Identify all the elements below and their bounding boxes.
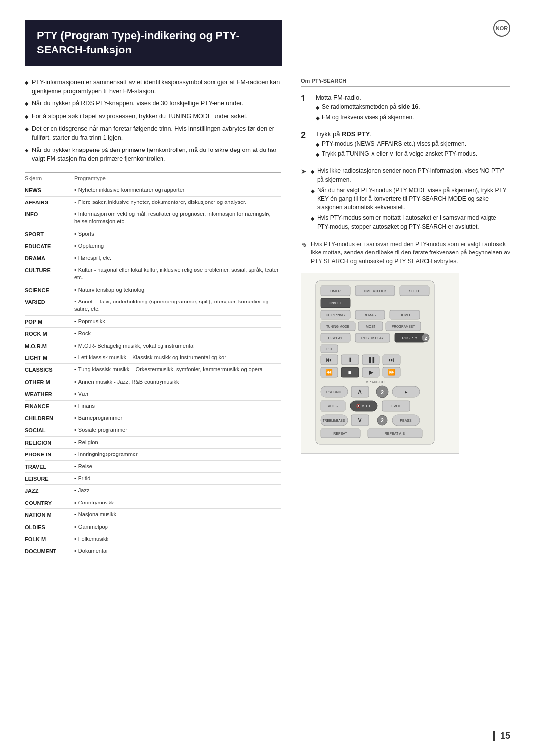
col-programtype-header: Programtype [74,175,281,181]
two-col-layout: ◆ PTY-informasjonen er sammensatt av et … [25,78,510,557]
note-item-1: ◆ Når du har valgt PTY-modus (PTY MODE v… [311,186,510,212]
svg-text:⏩: ⏩ [388,368,395,376]
om-pty-search-heading: Om PTY-SEARCH [301,78,510,87]
step-1-sub-0: ◆ Se radiomottaksmetoden på side 16. [316,103,510,112]
row-skjerm: CHILDREN [25,414,74,421]
row-programtype: •Annet – Taler, underholdning (spørrepro… [74,298,281,313]
row-programtype: •Opplæring [74,242,281,250]
row-skjerm: TRAVEL [25,463,74,470]
row-skjerm: LEISURE [25,475,74,482]
row-programtype: •Tung klassisk musikk – Orkestermusikk, … [74,366,281,373]
svg-text:∧: ∧ [357,387,362,395]
row-skjerm: M.O.R.M [25,342,74,349]
table-row: ROCK M •Rock [25,328,281,340]
bullet-icon: ◆ [316,141,320,149]
page-number: 15 [493,731,510,741]
row-programtype: •Rock [74,330,281,337]
row-skjerm: RELIGION [25,439,74,446]
step-2: 2 Trykk på RDS PTY. ◆ PTY-modus (NEWS, A… [301,130,510,160]
row-programtype: •Finans [74,403,281,410]
bullet-icon: ◆ [311,168,315,184]
svg-text:⏸: ⏸ [347,356,353,363]
step-2-title: Trykk på RDS PTY. [316,130,510,138]
step-1-sub-text-1: FM og frekvens vises på skjermen. [322,113,414,122]
table-row: JAZZ •Jazz [25,485,281,497]
row-programtype: •Barneprogrammer [74,414,281,422]
table-row: CHILDREN •Barneprogrammer [25,412,281,424]
svg-text:VOL -: VOL - [328,404,338,408]
table-row: OTHER M •Annen musikk - Jazz, R&B countr… [25,376,281,388]
bullet-icon: ◆ [25,147,29,163]
table-row: FOLK M •Folkemusikk [25,533,281,545]
table-body: NEWS •Nyheter inklusive kommentarer og r… [25,184,281,557]
note-item-0: ◆ Hvis ikke radiostasjonen sender noen P… [311,167,510,184]
table-row: NATION M •Nasjonalmusikk [25,509,281,521]
table-row: AFFAIRS •Flere saker, inklusive nyheter,… [25,197,281,208]
row-skjerm: COUNTRY [25,499,74,506]
svg-text:■: ■ [348,369,352,375]
row-programtype: •Nasjonalmusikk [74,511,281,518]
table-row: WEATHER •Vær [25,388,281,400]
bullet-item: ◆ Det er en tidsgrense når man foretar f… [25,124,281,142]
italic-note-text: Hvis PTY-modus er i samsvar med den PTY-… [311,240,510,266]
step-1-number: 1 [301,94,311,104]
row-skjerm: CLASSICS [25,366,74,373]
row-programtype: •Vær [74,390,281,398]
step-1-content: Motta FM-radio. ◆ Se radiomottaksmetoden… [316,94,510,123]
remote-svg-element: TIMER TIMER/CLOCK SLEEP ON/OFF CD RIPPIN… [311,278,439,447]
table-row: OLDIES •Gammelpop [25,521,281,533]
step-2-sub-0: ◆ PTY-modus (NEWS, AFFAIRS etc.) vises p… [316,140,510,149]
table-row: SOCIAL •Sosiale programmer [25,424,281,436]
table-row: POP M •Popmusikk [25,316,281,328]
row-programtype: •Dokumentar [74,547,281,554]
main-title-box: PTY (Program Type)-indikering og PTY-SEA… [25,20,282,66]
svg-text:⏪: ⏪ [325,368,333,376]
intro-bullets: ◆ PTY-informasjonen er sammensatt av et … [25,78,281,163]
row-programtype: •Innringningsprogrammer [74,451,281,458]
row-skjerm: NATION M [25,511,74,518]
svg-text:2: 2 [381,389,384,395]
note-text-1: Når du har valgt PTY-modus (PTY MODE vis… [317,186,510,212]
row-programtype: •M.O.R- Behagelig musikk, vokal og instr… [74,342,281,350]
left-column: ◆ PTY-informasjonen er sammensatt av et … [25,78,281,557]
svg-text:+ VOL: + VOL [390,404,402,408]
table-row: PHONE IN •Innringningsprogrammer [25,449,281,460]
table-row: M.O.R.M •M.O.R- Behagelig musikk, vokal … [25,340,281,352]
row-skjerm: VARIED [25,298,74,305]
table-row: TRAVEL •Reise [25,461,281,473]
row-programtype: •Hørespill, etc. [74,254,281,262]
bullet-item: ◆ For å stoppe søk i løpet av prosessen,… [25,112,281,121]
bullet-icon: ◆ [25,101,29,108]
row-skjerm: LIGHT M [25,354,74,361]
pty-table: Skjerm Programtype NEWS •Nyheter inklusi… [25,172,281,557]
table-row: COUNTRY •Countrymusikk [25,497,281,509]
step-1-sub-1: ◆ FM og frekvens vises på skjermen. [316,113,510,122]
table-row: VARIED •Annet – Taler, underholdning (sp… [25,296,281,316]
bullet-icon: ◆ [25,113,29,121]
bullet-text: PTY-informasjonen er sammensatt av et id… [32,78,281,96]
svg-text:CD RIPPING: CD RIPPING [326,313,345,317]
step-2-sub-text-0: PTY-modus (NEWS, AFFAIRS etc.) vises på … [322,140,466,149]
table-row: NEWS •Nyheter inklusive kommentarer og r… [25,184,281,196]
row-skjerm: CULTURE [25,266,74,273]
nor-label: NOR [496,25,508,31]
table-row: LIGHT M •Lett klassisk musikk – Klassisk… [25,352,281,364]
svg-text:MOST: MOST [366,325,376,328]
row-skjerm: OLDIES [25,523,74,530]
bullet-icon: ◆ [316,115,320,122]
row-programtype: •Jazz [74,487,281,494]
row-programtype: •Popmusikk [74,318,281,325]
table-row: EDUCATE •Opplæring [25,240,281,252]
svg-text:2: 2 [424,336,427,341]
page-title: PTY (Program Type)-indikering og PTY-SEA… [37,29,270,57]
svg-text:MP3-CD/CD: MP3-CD/CD [366,380,385,384]
row-programtype: •Folkemusikk [74,535,281,543]
row-skjerm: FINANCE [25,403,74,409]
svg-text:PROGRAMSET: PROGRAMSET [392,325,415,328]
row-programtype: •Nyheter inklusive kommentarer og rappor… [74,186,281,194]
page: NOR PTY (Program Type)-indikering og PTY… [0,0,535,756]
nor-badge: NOR [493,20,510,37]
step-1-title: Motta FM-radio. [316,94,510,101]
table-row: SCIENCE •Naturvitenskap og teknologi [25,284,281,296]
row-skjerm: AFFAIRS [25,199,74,205]
